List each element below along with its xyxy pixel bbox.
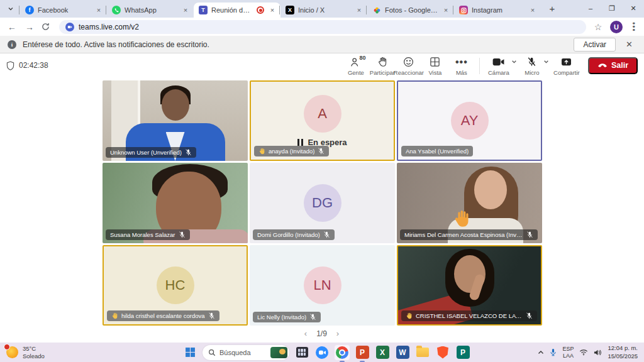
mic-options-chevron-icon[interactable] (543, 55, 549, 65)
taskbar-search-box[interactable]: Búsqueda (203, 345, 289, 360)
toolbar-divider (479, 58, 480, 74)
mic-button[interactable]: Micro (519, 55, 545, 76)
search-highlight-thumbnail[interactable] (270, 347, 287, 358)
tab-close-icon[interactable]: × (441, 6, 450, 14)
zoom-app-icon[interactable] (314, 345, 330, 360)
more-button[interactable]: ••• Más (449, 55, 474, 76)
tray-mic-icon[interactable] (550, 348, 557, 356)
waving-hand-icon (452, 209, 471, 228)
smiley-icon (403, 57, 414, 67)
tab-whatsapp[interactable]: WhatsApp × (107, 3, 194, 18)
raised-hand-icon (258, 148, 265, 155)
task-view-icon[interactable] (294, 345, 309, 360)
maximize-button[interactable]: ❐ (601, 0, 623, 16)
participant-tile-unknown-user[interactable]: Unknown User (Unverified) (103, 80, 248, 161)
share-button[interactable]: Compartir (552, 55, 582, 76)
meeting-toolbar: 02:42:38 80 Gente Participar Reacc (0, 53, 644, 77)
participant-name-pill: hilda cristhel escalante cordova (107, 310, 219, 321)
tab-teams-meeting[interactable]: T Reunión de Microsoft × (194, 3, 280, 18)
participant-tile-ana-ysabel[interactable]: AY Ana Ysabel (Unverified) (397, 80, 542, 161)
tab-facebook[interactable]: f Facebook × (20, 3, 107, 18)
new-tab-button[interactable]: + (545, 1, 560, 16)
tab-title: Instagram (472, 6, 525, 14)
bookmark-star-icon[interactable]: ☆ (592, 22, 604, 32)
file-explorer-icon[interactable] (415, 345, 430, 360)
people-count-badge: 80 (359, 55, 365, 61)
participant-tile-domi[interactable]: DG Domi Gordillo (Invitado) (250, 163, 395, 243)
x-icon: X (286, 6, 294, 14)
leave-button[interactable]: Salir (588, 57, 638, 74)
weather-widget[interactable]: 35°C Soleado (0, 345, 182, 360)
people-button[interactable]: 80 Gente (343, 55, 369, 76)
tab-close-icon[interactable]: × (94, 6, 103, 14)
clock-widget[interactable]: 12:04 p. m. 15/05/2025 (608, 344, 638, 360)
participant-name-pill: Domi Gordillo (Invitado) (253, 229, 335, 240)
mic-muted-icon (185, 149, 192, 156)
participant-tile-hilda[interactable]: HC hilda cristhel escalante cordova (103, 245, 248, 326)
tab-list-chevron-icon[interactable] (4, 2, 18, 16)
tab-x[interactable]: X Inicio / X × (280, 3, 367, 18)
speaker-icon[interactable] (594, 349, 602, 356)
back-icon[interactable]: ← (6, 22, 18, 32)
hidden-icons-chevron-icon[interactable] (538, 350, 544, 355)
browser-profile-avatar[interactable]: U (610, 21, 623, 33)
chrome-app-icon[interactable] (335, 345, 350, 360)
mic-muted-icon (309, 314, 316, 321)
facebook-icon: f (25, 6, 34, 14)
participant-tile-miriams[interactable]: Miriams Del Carmen Acosta Espinosa (Invi… (397, 163, 542, 243)
notification-close-icon[interactable]: ✕ (622, 40, 636, 49)
excel-app-icon[interactable]: X (375, 345, 390, 360)
participant-tile-cristhel[interactable]: CRISTHEL ISABEL VELAZCO DE LA CRUZ (Invi… (397, 245, 542, 326)
url-address-bar[interactable]: teams.live.com/v2 (59, 20, 586, 34)
tab-close-icon[interactable]: × (181, 6, 190, 14)
tray-time: 12:04 p. m. (608, 344, 638, 351)
next-page-icon[interactable]: › (335, 329, 341, 338)
powerpoint-app-icon[interactable]: P (355, 345, 370, 360)
participant-tile-anayda[interactable]: A En espera anayda (Invitado) (250, 80, 395, 161)
activate-notifications-button[interactable]: Activar (574, 38, 616, 52)
word-app-icon[interactable]: W (395, 345, 410, 360)
camera-button[interactable]: Cámara (485, 55, 513, 76)
avatar: DG (304, 184, 341, 222)
hang-up-icon (597, 63, 608, 68)
react-button[interactable]: Reaccionar (396, 55, 421, 76)
mic-muted-icon (526, 312, 533, 319)
widget-badge (4, 344, 10, 350)
tab-title: Fotos - Google Photos (385, 6, 438, 14)
mic-muted-icon (208, 312, 215, 319)
info-icon: i (8, 40, 16, 49)
participant-name-pill: Miriams Del Carmen Acosta Espinosa (Invi… (400, 229, 538, 240)
raised-hand-icon (406, 312, 413, 319)
tab-close-icon[interactable]: × (528, 6, 537, 14)
browser-menu-icon[interactable]: ••• (629, 22, 638, 32)
weather-sun-icon (6, 346, 18, 358)
weather-temp: 35°C (23, 345, 36, 352)
tab-close-icon[interactable]: × (268, 6, 277, 14)
windows-start-button[interactable] (182, 345, 197, 360)
language-indicator[interactable]: ESP LAA (562, 346, 574, 359)
participate-button[interactable]: Participar (370, 55, 395, 76)
tab-instagram[interactable]: Instagram × (454, 3, 541, 18)
view-button[interactable]: Vista (423, 55, 448, 76)
camera-options-chevron-icon[interactable] (511, 55, 517, 65)
minimize-button[interactable]: – (580, 0, 601, 16)
participant-name-pill: Lic Nelly (Invitado) (253, 312, 321, 322)
participant-tile-lic-nelly[interactable]: LN Lic Nelly (Invitado) (250, 245, 395, 326)
publisher-app-icon[interactable]: P (455, 345, 470, 360)
brave-app-icon[interactable] (435, 345, 450, 360)
reload-icon[interactable] (42, 23, 53, 31)
tab-title: Facebook (38, 6, 91, 14)
search-placeholder: Búsqueda (219, 349, 267, 356)
tab-close-icon[interactable]: × (355, 6, 364, 14)
teams-icon: T (199, 6, 208, 14)
notification-bar: i Entérese de todo. Active las notificac… (0, 36, 644, 53)
forward-icon[interactable]: → (24, 22, 35, 32)
wifi-icon[interactable] (579, 349, 588, 356)
close-window-button[interactable]: ✕ (623, 0, 644, 16)
participant-grid: Unknown User (Unverified) A En espera an… (103, 80, 541, 326)
ellipsis-icon: ••• (455, 57, 468, 68)
participant-tile-susana[interactable]: Susana Morales Salazar (103, 163, 248, 243)
tab-google-photos[interactable]: Fotos - Google Photos × (367, 3, 454, 18)
previous-page-icon[interactable]: ‹ (303, 329, 309, 338)
taskbar-apps: Búsqueda P X W P (182, 345, 470, 360)
